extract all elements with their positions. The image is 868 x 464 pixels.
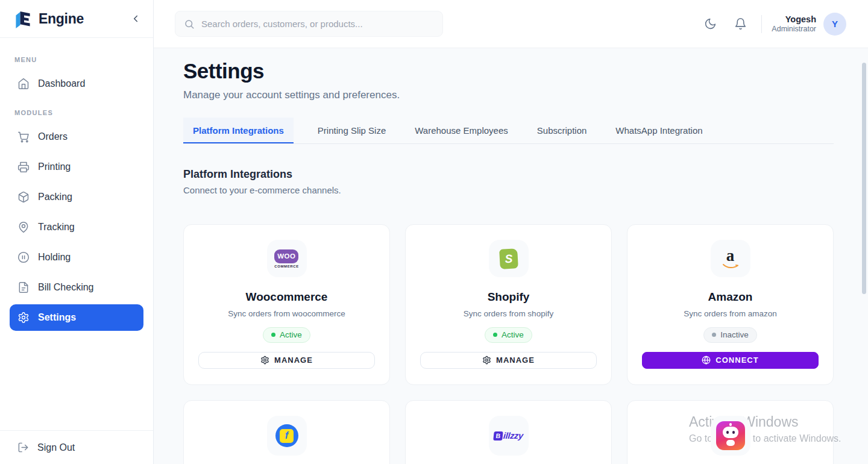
topbar-divider [761, 15, 762, 33]
sidebar-item-holding[interactable]: Holding [10, 244, 143, 271]
integration-name: Shopify [488, 290, 530, 304]
search-icon [184, 19, 195, 30]
woo-badge: WOO [274, 249, 298, 263]
tab-platform-integrations[interactable]: Platform Integrations [183, 118, 294, 143]
sidebar: Engine MENU Dashboard MODULES Orders Pri… [0, 0, 154, 464]
topbar: Yogesh Administrator Y [154, 0, 868, 48]
search-box[interactable] [175, 11, 443, 37]
sidebar-item-label: Bill Checking [38, 282, 93, 293]
integration-description: Sync orders from woocommerce [228, 309, 345, 318]
sidebar-item-orders[interactable]: Orders [10, 124, 143, 150]
user-info: Yogesh Administrator [772, 14, 816, 34]
globe-icon [702, 356, 711, 365]
user-role: Administrator [772, 25, 816, 34]
sidebar-item-label: Printing [38, 161, 71, 172]
printer-icon [17, 161, 30, 173]
amazon-logo: a [711, 240, 750, 277]
amazon-letter: a [726, 248, 735, 263]
integration-cards-row1: WOO COMMERCE Woocommerce Sync orders fro… [183, 224, 834, 385]
integration-name: Amazon [708, 290, 753, 304]
sidebar-section-label: MENU [14, 56, 139, 63]
status-dot [493, 333, 497, 337]
status-badge: Active [485, 327, 532, 343]
billzzy-badge: B [493, 431, 503, 440]
sidebar-nav: MENU Dashboard MODULES Orders Printing P [0, 38, 153, 430]
integration-cards-row2: f B illzzy [183, 400, 834, 464]
bell-icon [734, 17, 747, 30]
shopify-logo: S [489, 240, 529, 277]
sidebar-collapse-button[interactable] [130, 13, 141, 24]
flipkart-logo: f [267, 416, 307, 456]
log-out-icon [17, 442, 29, 453]
integration-card-flipkart: f [183, 400, 390, 464]
sidebar-item-label: Holding [38, 252, 71, 263]
user-name: Yogesh [772, 14, 816, 25]
amazon-smile [722, 263, 739, 269]
cart-icon [17, 131, 30, 143]
search-input[interactable] [201, 19, 434, 29]
integration-card-amazon: a Amazon Sync orders from amazon Inactiv… [627, 224, 834, 385]
section-subtitle: Connect to your e-commerce channels. [183, 185, 834, 195]
status-label: Inactive [720, 330, 749, 339]
sign-out-button[interactable]: Sign Out [10, 442, 143, 453]
sidebar-item-dashboard[interactable]: Dashboard [10, 71, 143, 97]
brand-name: Engine [39, 11, 84, 27]
home-icon [17, 78, 30, 90]
dark-mode-toggle[interactable] [699, 13, 722, 36]
status-label: Active [502, 330, 524, 339]
integration-description: Sync orders from amazon [684, 309, 777, 318]
sidebar-item-packing[interactable]: Packing [10, 184, 143, 210]
moon-icon [704, 17, 717, 30]
sidebar-item-label: Dashboard [38, 78, 85, 89]
woo-sub-label: COMMERCE [274, 265, 298, 268]
sidebar-item-bill-checking[interactable]: Bill Checking [10, 274, 143, 301]
sidebar-item-printing[interactable]: Printing [10, 154, 143, 180]
vertical-scrollbar[interactable] [862, 63, 866, 294]
tab-subscription[interactable]: Subscription [527, 118, 597, 143]
sidebar-item-tracking[interactable]: Tracking [10, 214, 143, 240]
woocommerce-logo: WOO COMMERCE [267, 240, 307, 277]
sidebar-item-label: Tracking [38, 222, 75, 233]
sidebar-header: Engine [0, 0, 153, 38]
status-badge: Inactive [703, 327, 757, 343]
connect-button[interactable]: CONNECT [642, 352, 819, 369]
flipkart-letter: f [285, 430, 288, 441]
main-content: Settings Manage your account settings an… [154, 48, 868, 464]
billzzy-logo: B illzzy [489, 416, 529, 456]
map-pin-icon [17, 221, 30, 233]
tab-printing-slip-size[interactable]: Printing Slip Size [308, 118, 395, 143]
integration-card-woocommerce: WOO COMMERCE Woocommerce Sync orders fro… [183, 224, 390, 385]
avatar[interactable]: Y [823, 13, 846, 36]
integration-card-billzzy: B illzzy [405, 400, 612, 464]
tab-warehouse-employees[interactable]: Warehouse Employees [405, 118, 518, 143]
manage-button[interactable]: MANAGE [198, 352, 375, 369]
chevron-left-icon [130, 13, 141, 24]
package-icon [17, 191, 30, 203]
connect-label: CONNECT [715, 356, 758, 365]
sidebar-footer: Sign Out [0, 430, 153, 464]
notifications-button[interactable] [729, 13, 752, 36]
status-dot [712, 333, 716, 337]
section-header: Platform Integrations Connect to your e-… [183, 168, 834, 195]
integration-name: Woocommerce [246, 290, 328, 304]
engine-logo-icon [12, 9, 31, 28]
integration-card-shopify: S Shopify Sync orders from shopify Activ… [405, 224, 612, 385]
integration-card-bot [627, 400, 834, 464]
sign-out-label: Sign Out [37, 442, 75, 453]
status-badge: Active [263, 327, 310, 343]
section-title: Platform Integrations [183, 168, 834, 181]
settings-tabs: Platform Integrations Printing Slip Size… [183, 118, 834, 144]
gear-icon [17, 312, 30, 324]
gear-icon [482, 356, 491, 365]
tab-whatsapp-integration[interactable]: WhatsApp Integration [606, 118, 712, 143]
manage-label: MANAGE [274, 356, 313, 365]
status-label: Active [280, 330, 302, 339]
billzzy-text: illzzy [503, 431, 524, 440]
sidebar-item-settings[interactable]: Settings [10, 304, 143, 331]
page-title: Settings [183, 59, 834, 83]
manage-button[interactable]: MANAGE [420, 352, 597, 369]
bot-mascot-logo [711, 416, 750, 456]
pause-circle-icon [17, 251, 30, 263]
file-text-icon [17, 281, 30, 293]
status-dot [271, 333, 275, 337]
